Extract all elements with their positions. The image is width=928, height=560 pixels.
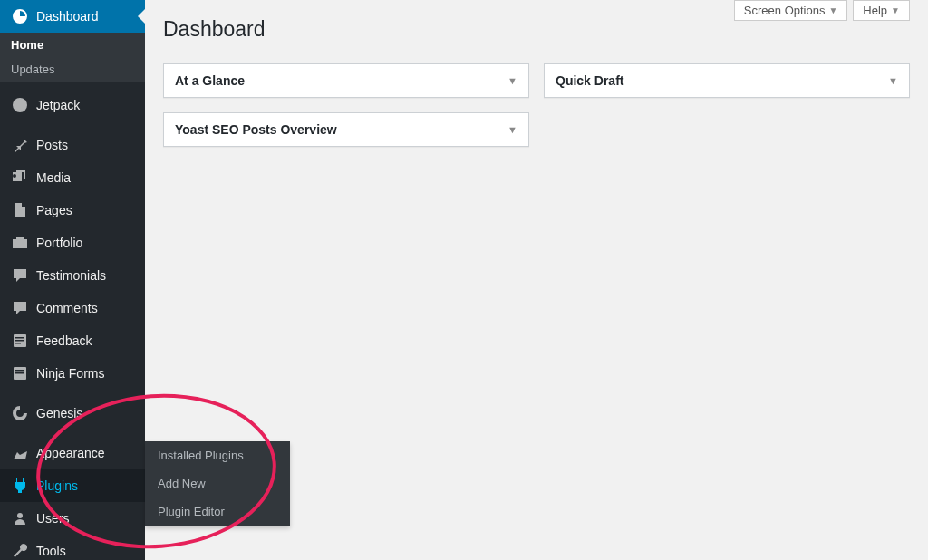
- sidebar-item-pages[interactable]: Pages: [0, 194, 145, 227]
- portfolio-icon: [11, 234, 29, 252]
- sidebar-item-posts[interactable]: Posts: [0, 129, 145, 161]
- sidebar-sub-home[interactable]: Home: [0, 33, 145, 57]
- main-content: Screen Options ▼ Help ▼ Dashboard At a G…: [145, 0, 928, 156]
- sidebar-item-label: Ninja Forms: [36, 366, 104, 381]
- sidebar-submenu-dashboard: Home Updates: [0, 33, 145, 82]
- help-label: Help: [863, 4, 887, 17]
- svg-rect-7: [15, 372, 24, 374]
- sidebar-item-plugins[interactable]: Plugins: [0, 469, 145, 502]
- widget-col-2: Quick Draft ▼: [544, 63, 910, 147]
- chevron-down-icon: ▼: [891, 5, 900, 15]
- flyout-add-new[interactable]: Add New: [145, 469, 290, 497]
- page-icon: [11, 201, 29, 219]
- testimonials-icon: [11, 266, 29, 285]
- ninja-forms-icon: [11, 364, 29, 382]
- flyout-installed-plugins[interactable]: Installed Plugins: [145, 441, 290, 469]
- sidebar-item-label: Dashboard: [36, 9, 99, 24]
- sidebar-item-jetpack[interactable]: Jetpack: [0, 89, 145, 121]
- chevron-down-icon: ▼: [508, 124, 517, 135]
- chevron-down-icon: ▼: [508, 75, 517, 86]
- svg-rect-4: [15, 343, 21, 344]
- sidebar-item-genesis[interactable]: Genesis: [0, 397, 145, 430]
- widget-title: At a Glance: [175, 73, 245, 88]
- svg-rect-3: [15, 340, 24, 342]
- sidebar-item-tools[interactable]: Tools: [0, 535, 145, 560]
- svg-point-0: [13, 98, 27, 112]
- tools-icon: [11, 542, 29, 560]
- sidebar-item-label: Users: [36, 511, 70, 526]
- widget-yoast-seo: Yoast SEO Posts Overview ▼: [163, 112, 529, 147]
- sidebar-item-label: Testimonials: [36, 268, 106, 283]
- feedback-icon: [11, 332, 29, 350]
- widget-quick-draft: Quick Draft ▼: [544, 63, 910, 98]
- sidebar-item-users[interactable]: Users: [0, 502, 145, 535]
- widget-header[interactable]: At a Glance ▼: [164, 64, 528, 97]
- sidebar-item-label: Tools: [36, 544, 66, 558]
- media-icon: [11, 169, 29, 187]
- svg-rect-6: [15, 370, 24, 372]
- sidebar-item-label: Pages: [36, 203, 72, 217]
- dashboard-icon: [11, 7, 29, 25]
- comments-icon: [11, 299, 29, 317]
- sidebar-item-label: Portfolio: [36, 236, 82, 250]
- widget-col-1: At a Glance ▼ Yoast SEO Posts Overview ▼: [163, 63, 529, 147]
- sidebar-item-label: Posts: [36, 138, 68, 152]
- sidebar-item-label: Comments: [36, 301, 98, 315]
- widget-title: Quick Draft: [556, 73, 624, 88]
- widget-header[interactable]: Quick Draft ▼: [545, 64, 909, 97]
- sidebar-item-media[interactable]: Media: [0, 161, 145, 194]
- flyout-plugin-editor[interactable]: Plugin Editor: [145, 497, 290, 526]
- appearance-icon: [11, 444, 29, 462]
- genesis-icon: [11, 404, 29, 422]
- sidebar-item-testimonials[interactable]: Testimonials: [0, 259, 145, 292]
- svg-point-8: [17, 513, 23, 518]
- chevron-down-icon: ▼: [888, 75, 898, 86]
- help-button[interactable]: Help ▼: [853, 0, 910, 21]
- sidebar-item-comments[interactable]: Comments: [0, 292, 145, 324]
- sidebar-sub-updates[interactable]: Updates: [0, 57, 145, 82]
- sidebar-item-label: Media: [36, 170, 71, 185]
- widget-title: Yoast SEO Posts Overview: [175, 122, 337, 137]
- jetpack-icon: [11, 96, 29, 114]
- sidebar-item-feedback[interactable]: Feedback: [0, 324, 145, 357]
- plugins-icon: [11, 477, 29, 495]
- sidebar-item-dashboard[interactable]: Dashboard: [0, 0, 145, 33]
- sidebar-item-label: Appearance: [36, 446, 105, 460]
- svg-rect-2: [15, 337, 24, 339]
- sidebar-item-label: Genesis: [36, 406, 82, 420]
- sidebar-item-label: Plugins: [36, 478, 78, 493]
- sidebar-item-portfolio[interactable]: Portfolio: [0, 227, 145, 259]
- screen-options-button[interactable]: Screen Options ▼: [734, 0, 848, 21]
- users-icon: [11, 509, 29, 527]
- sidebar-item-appearance[interactable]: Appearance: [0, 437, 145, 469]
- widget-at-a-glance: At a Glance ▼: [163, 63, 529, 98]
- top-buttons: Screen Options ▼ Help ▼: [734, 0, 910, 21]
- sidebar-item-label: Jetpack: [36, 98, 80, 112]
- pin-icon: [11, 136, 29, 154]
- screen-options-label: Screen Options: [744, 4, 826, 17]
- sidebar-item-label: Feedback: [36, 333, 92, 348]
- widget-header[interactable]: Yoast SEO Posts Overview ▼: [164, 113, 528, 146]
- admin-sidebar: Dashboard Home Updates Jetpack Posts Med…: [0, 0, 145, 560]
- sidebar-item-ninja-forms[interactable]: Ninja Forms: [0, 357, 145, 390]
- plugins-flyout-menu: Installed Plugins Add New Plugin Editor: [145, 441, 290, 526]
- chevron-down-icon: ▼: [828, 5, 837, 15]
- dashboard-widgets: At a Glance ▼ Yoast SEO Posts Overview ▼…: [163, 63, 910, 147]
